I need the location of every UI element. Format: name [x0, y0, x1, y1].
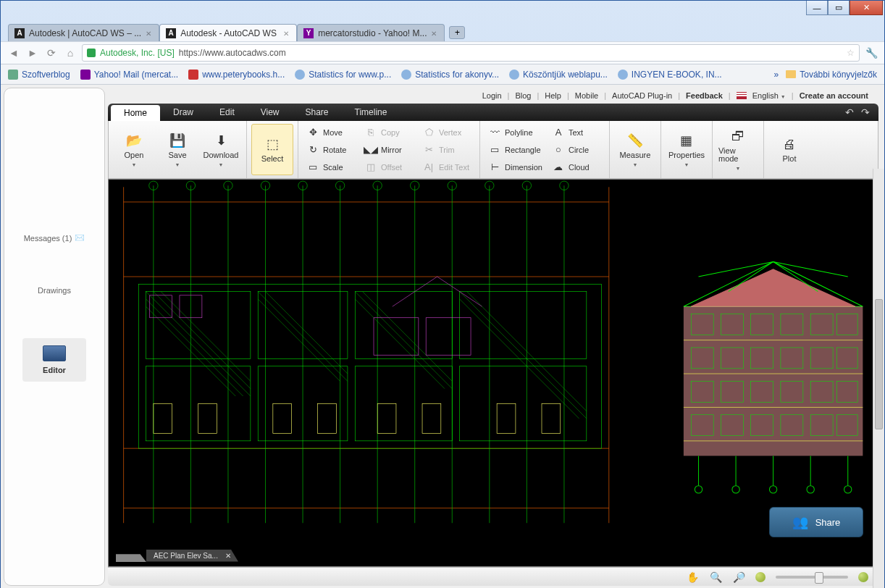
tab-close-icon[interactable]: ✕ — [146, 30, 153, 37]
tab-label: mercatorstudio - Yahoo! M... — [318, 28, 427, 38]
bookmark-label: Statistics for akonyv... — [415, 70, 499, 80]
bookmark-item[interactable]: INGYEN E-BOOK, IN... — [618, 70, 722, 80]
sidebar-item-editor[interactable]: Editor — [22, 338, 86, 382]
circle-button[interactable]: ○Circle — [548, 142, 605, 158]
bookmark-folder[interactable]: További könyvjelzők — [786, 70, 877, 80]
mobile-link[interactable]: Mobile — [575, 91, 598, 100]
undo-icon[interactable]: ↶ — [845, 106, 854, 118]
bookmark-item[interactable]: Köszöntjük weblapu... — [509, 70, 608, 80]
folder-icon — [786, 70, 796, 78]
offset-icon: ◫ — [365, 161, 377, 173]
polyline-button[interactable]: 〰Polyline — [485, 125, 547, 140]
star-icon[interactable]: ☆ — [847, 48, 855, 58]
redo-icon[interactable]: ↷ — [861, 106, 870, 118]
bookmark-favicon-icon — [8, 70, 18, 80]
open-icon: 📂 — [125, 133, 143, 148]
window-minimize-button[interactable]: — — [806, 1, 828, 15]
login-link[interactable]: Login — [482, 91, 502, 100]
measure-button[interactable]: 📏Measure▼ — [614, 124, 656, 175]
ribbon-tab-draw[interactable]: Draw — [160, 104, 206, 121]
sidebar-item-messages[interactable]: Messages (1)✉️ — [24, 233, 85, 243]
document-tab[interactable]: AEC Plan Elev Sa... ✕ — [146, 550, 238, 562]
sidebar-item-drawings[interactable]: Drawings — [38, 286, 71, 295]
address-bar[interactable]: Autodesk, Inc. [US] https://www.autocadw… — [82, 44, 860, 62]
copy-button[interactable]: ⎘Copy — [361, 125, 417, 140]
zoom-icon[interactable]: 🔎 — [732, 571, 745, 584]
home-icon[interactable]: ⌂ — [63, 46, 77, 60]
ribbon-tab-timeline[interactable]: Timeline — [342, 104, 400, 121]
mirror-icon: ◣◢ — [365, 144, 377, 156]
bookmark-item[interactable]: Statistics for www.p... — [295, 70, 391, 80]
mail-icon: ✉️ — [75, 233, 85, 243]
favicon-icon: A — [14, 28, 25, 38]
bookmark-favicon-icon — [509, 70, 519, 80]
plugin-link[interactable]: AutoCAD Plug-in — [612, 91, 672, 100]
forward-icon[interactable]: ► — [25, 46, 40, 60]
tab-close-icon[interactable]: ✕ — [225, 552, 231, 560]
dimension-button[interactable]: ⊢Dimension — [485, 159, 547, 175]
rotate-button[interactable]: ↻Rotate — [303, 142, 359, 158]
status-bar: ✋ 🔍 🔎 — [108, 567, 878, 586]
ribbon-tab-share[interactable]: Share — [293, 104, 342, 121]
zoom-in-button[interactable] — [858, 572, 868, 582]
vertex-button[interactable]: ⬠Vertex — [419, 125, 475, 140]
pan-icon[interactable]: ✋ — [686, 571, 699, 584]
bookmark-item[interactable]: Yahoo! Mail (mercat... — [80, 70, 178, 80]
share-button[interactable]: 👥 Share — [769, 507, 863, 537]
cloud-button[interactable]: ☁Cloud — [548, 159, 605, 175]
browser-tab[interactable]: Y mercatorstudio - Yahoo! M... ✕ — [297, 24, 445, 41]
vertex-icon: ⬠ — [423, 127, 435, 138]
bookmark-bar: Szoftverblog Yahoo! Mail (mercat... www.… — [1, 64, 884, 85]
window-close-button[interactable]: ✕ — [850, 1, 883, 15]
scale-button[interactable]: ▭Scale — [303, 159, 359, 175]
ribbon-tab-edit[interactable]: Edit — [206, 104, 248, 121]
plot-button[interactable]: 🖨Plot — [768, 124, 810, 175]
favicon-icon: A — [166, 28, 176, 38]
bookmark-label: Szoftverblog — [22, 70, 70, 80]
reload-icon[interactable]: ⟳ — [44, 46, 59, 60]
ribbon-tab-view[interactable]: View — [248, 104, 293, 121]
feedback-link[interactable]: Feedback — [686, 91, 723, 100]
move-button[interactable]: ✥Move — [303, 125, 359, 140]
download-button[interactable]: ⬇Download▼ — [200, 124, 242, 175]
offset-button[interactable]: ◫Offset — [361, 159, 417, 175]
bookmark-item[interactable]: Szoftverblog — [8, 70, 70, 80]
zoom-extents-icon[interactable]: 🔍 — [709, 571, 722, 584]
bookmark-item[interactable]: Statistics for akonyv... — [401, 70, 499, 80]
browser-tab-active[interactable]: A Autodesk - AutoCAD WS ✕ — [159, 24, 297, 41]
rectangle-button[interactable]: ▭Rectangle — [485, 142, 547, 158]
language-dropdown[interactable]: English ▼ — [752, 91, 786, 100]
save-button[interactable]: 💾Save▼ — [156, 124, 198, 175]
open-button[interactable]: 📂Open▼ — [113, 124, 155, 175]
text-button[interactable]: AText — [548, 125, 605, 140]
bookmark-favicon-icon — [295, 70, 305, 80]
blog-link[interactable]: Blog — [515, 91, 531, 100]
zoom-out-button[interactable] — [755, 572, 766, 582]
header-links: Login| Blog| Help| Mobile| AutoCAD Plug-… — [108, 88, 878, 104]
properties-button[interactable]: ▦Properties▼ — [666, 124, 708, 175]
drawing-canvas[interactable]: 👥 Share AEC Plan Elev Sa... ✕ — [108, 179, 878, 567]
bookmark-overflow[interactable]: » — [774, 70, 779, 80]
vertical-scrollbar[interactable] — [873, 169, 884, 588]
tab-close-icon[interactable]: ✕ — [431, 30, 438, 37]
new-tab-button[interactable]: + — [449, 26, 465, 39]
sidebar-label: Drawings — [38, 286, 71, 295]
flag-icon — [737, 92, 747, 99]
ribbon-tab-home[interactable]: Home — [111, 105, 160, 121]
bookmark-label: Yahoo! Mail (mercat... — [94, 70, 178, 80]
viewmode-button[interactable]: 🗗View mode▼ — [717, 124, 759, 175]
back-icon[interactable]: ◄ — [7, 46, 21, 60]
create-account-link[interactable]: Create an account — [800, 91, 868, 100]
window-maximize-button[interactable]: ▭ — [828, 1, 850, 15]
bookmark-item[interactable]: www.peterybooks.h... — [188, 70, 285, 80]
zoom-slider[interactable] — [776, 576, 848, 579]
help-link[interactable]: Help — [545, 91, 561, 100]
wrench-icon[interactable]: 🔧 — [864, 46, 878, 60]
select-button[interactable]: ⬚Select — [251, 124, 293, 175]
trim-button[interactable]: ✂Trim — [419, 142, 475, 158]
scrollbar-thumb[interactable] — [875, 299, 883, 429]
tab-close-icon[interactable]: ✕ — [283, 30, 290, 37]
browser-tab[interactable]: A Autodesk | AutoCAD WS – ... ✕ — [8, 24, 159, 41]
mirror-button[interactable]: ◣◢Mirror — [361, 142, 417, 158]
edittext-button[interactable]: A|Edit Text — [419, 159, 475, 175]
